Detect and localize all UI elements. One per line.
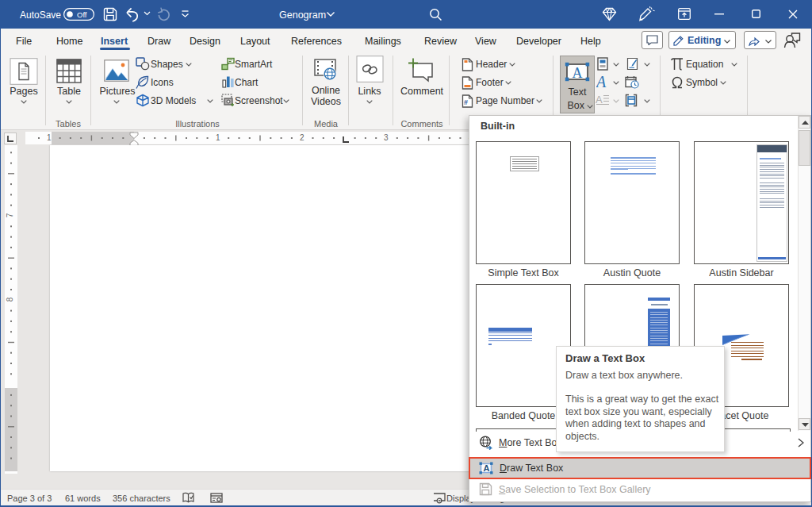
svg-text:#: # [464,98,468,106]
svg-text:A: A [596,75,607,90]
svg-text:A: A [484,463,490,473]
svg-text:A: A [596,94,603,106]
svg-text:A: A [573,65,583,81]
svg-text:Off: Off [77,10,87,19]
